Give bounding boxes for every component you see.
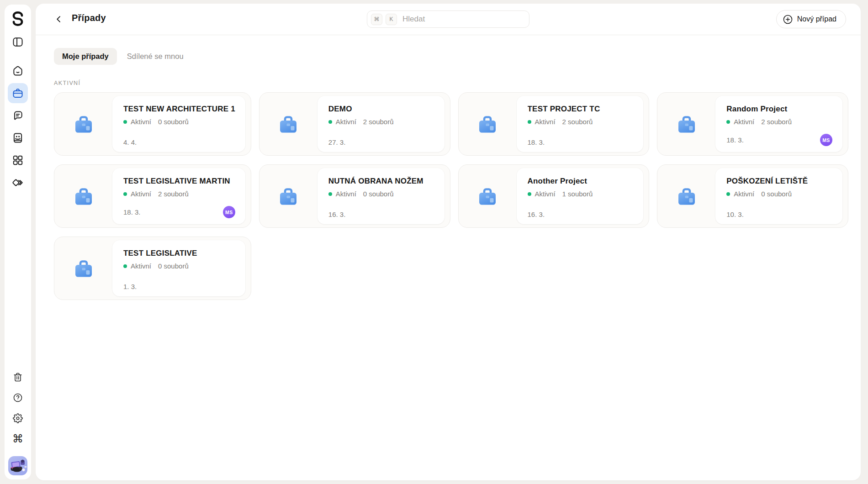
help-icon[interactable] xyxy=(10,389,26,406)
status-label: Aktivní xyxy=(535,190,556,198)
search-bar[interactable]: ⌘ K xyxy=(367,11,529,28)
assignee-avatar[interactable]: MS xyxy=(820,134,832,146)
case-card-footer: 10. 3. xyxy=(726,210,832,218)
tabs: Moje případy Sdílené se mnou xyxy=(54,48,848,65)
sidebar-item-contacts[interactable] xyxy=(8,128,28,148)
case-date: 27. 3. xyxy=(328,138,346,146)
case-icon-zone xyxy=(657,165,715,227)
case-status-row: Aktivní 2 souborů xyxy=(123,190,235,198)
new-case-button[interactable]: Nový případ xyxy=(776,10,846,28)
status-chip: Aktivní xyxy=(328,190,356,198)
sidebar-toggle-icon[interactable] xyxy=(8,32,28,52)
case-title: DEMO xyxy=(328,105,434,114)
status-label: Aktivní xyxy=(131,118,151,126)
case-card-body: Another Project Aktivní 1 souborů 16. 3. xyxy=(517,168,644,224)
user-avatar[interactable] xyxy=(8,456,27,475)
case-card[interactable]: POŠKOZENÍ LETIŠTĚ Aktivní 0 souborů 10. … xyxy=(657,164,848,228)
case-card[interactable]: NUTNÁ OBRANA NOŽEM Aktivní 0 souborů 16.… xyxy=(259,164,450,228)
files-count: 2 souborů xyxy=(363,118,394,126)
files-count: 0 souborů xyxy=(363,190,394,198)
case-card-body: TEST PROJECT TC Aktivní 2 souborů 18. 3. xyxy=(517,96,644,152)
tab-shared-with-me[interactable]: Sdílené se mnou xyxy=(123,48,187,65)
case-icon-zone xyxy=(259,93,318,155)
case-date: 18. 3. xyxy=(123,208,141,216)
case-title: TEST LEGISLATIVE MARTIN xyxy=(123,177,235,186)
briefcase-icon xyxy=(674,111,699,137)
case-card-body: TEST LEGISLATIVE MARTIN Aktivní 2 soubor… xyxy=(112,168,245,224)
case-card[interactable]: DEMO Aktivní 2 souborů 27. 3. xyxy=(259,92,450,156)
assignee-avatar[interactable]: MS xyxy=(223,206,235,218)
command-shortcuts-icon[interactable]: ⌘ xyxy=(10,431,26,447)
case-card[interactable]: Another Project Aktivní 1 souborů 16. 3. xyxy=(458,164,650,228)
sidebar-bottom: ⌘ xyxy=(8,369,27,475)
app-logo-icon[interactable] xyxy=(11,11,25,26)
case-icon-zone xyxy=(459,165,517,227)
case-status-row: Aktivní 0 souborů xyxy=(726,190,832,198)
cases-grid: TEST NEW ARCHITECTURE 1 Aktivní 0 soubor… xyxy=(54,92,848,300)
case-card-footer: 4. 4. xyxy=(123,138,235,146)
case-card-footer: 18. 3. MS xyxy=(123,206,235,218)
status-label: Aktivní xyxy=(131,190,151,198)
case-card-body: Random Project Aktivní 2 souborů 18. 3. … xyxy=(715,96,842,152)
sidebar-item-home[interactable] xyxy=(8,61,28,81)
status-label: Aktivní xyxy=(535,118,556,126)
status-dot-icon xyxy=(528,120,531,124)
case-card-footer: 16. 3. xyxy=(328,210,434,218)
settings-icon[interactable] xyxy=(10,410,26,426)
case-date: 16. 3. xyxy=(528,210,545,218)
case-card[interactable]: TEST NEW ARCHITECTURE 1 Aktivní 0 soubor… xyxy=(54,92,251,156)
status-chip: Aktivní xyxy=(328,118,356,126)
status-dot-icon xyxy=(123,120,127,124)
back-button[interactable] xyxy=(53,13,65,26)
sidebar-item-chat[interactable] xyxy=(8,105,28,126)
briefcase-icon xyxy=(71,111,96,137)
case-title: TEST NEW ARCHITECTURE 1 xyxy=(123,105,235,114)
status-chip: Aktivní xyxy=(123,262,151,270)
status-label: Aktivní xyxy=(734,118,754,126)
status-dot-icon xyxy=(328,120,332,124)
case-card[interactable]: TEST LEGISLATIVE Aktivní 0 souborů 1. 3. xyxy=(54,237,251,300)
case-card[interactable]: Random Project Aktivní 2 souborů 18. 3. … xyxy=(657,92,848,156)
cmd-key-badge: ⌘ xyxy=(371,14,382,25)
case-card[interactable]: TEST PROJECT TC Aktivní 2 souborů 18. 3. xyxy=(458,92,650,156)
status-chip: Aktivní xyxy=(726,190,754,198)
content-area: Moje případy Sdílené se mnou AKTIVNÍ T xyxy=(36,48,861,300)
status-dot-icon xyxy=(123,264,127,268)
search-input[interactable] xyxy=(402,15,524,24)
files-count: 0 souborů xyxy=(761,190,792,198)
status-label: Aktivní xyxy=(336,118,356,126)
status-dot-icon xyxy=(123,192,127,196)
sidebar: ⌘ xyxy=(5,5,31,479)
case-status-row: Aktivní 2 souborů xyxy=(726,118,832,126)
case-icon-zone xyxy=(459,93,517,155)
case-card-body: TEST LEGISLATIVE Aktivní 0 souborů 1. 3. xyxy=(112,240,245,296)
status-label: Aktivní xyxy=(131,262,151,270)
sidebar-item-cases[interactable] xyxy=(8,83,28,103)
case-card-footer: 18. 3. MS xyxy=(726,134,832,146)
case-icon-zone xyxy=(259,165,318,227)
page-title: Případy xyxy=(72,13,106,23)
case-card-body: TEST NEW ARCHITECTURE 1 Aktivní 0 soubor… xyxy=(112,96,245,152)
tab-my-cases[interactable]: Moje případy xyxy=(54,48,117,65)
status-chip: Aktivní xyxy=(528,190,556,198)
status-chip: Aktivní xyxy=(726,118,754,126)
sidebar-item-workflows[interactable] xyxy=(8,173,28,193)
briefcase-icon xyxy=(475,184,500,209)
case-date: 18. 3. xyxy=(726,136,744,144)
sidebar-item-apps[interactable] xyxy=(8,150,28,170)
status-label: Aktivní xyxy=(336,190,356,198)
briefcase-icon xyxy=(475,111,500,137)
files-count: 2 souborů xyxy=(158,190,189,198)
new-case-button-label: Nový případ xyxy=(797,15,836,23)
briefcase-icon xyxy=(275,184,301,209)
page-header: Případy ⌘ K Nový případ xyxy=(36,4,861,35)
status-chip: Aktivní xyxy=(528,118,556,126)
files-count: 1 souborů xyxy=(562,190,593,198)
plus-circle-icon xyxy=(783,14,793,25)
files-count: 2 souborů xyxy=(761,118,792,126)
case-status-row: Aktivní 1 souborů xyxy=(528,190,634,198)
case-date: 10. 3. xyxy=(726,210,744,218)
case-card[interactable]: TEST LEGISLATIVE MARTIN Aktivní 2 soubor… xyxy=(54,164,251,228)
trash-icon[interactable] xyxy=(10,369,26,385)
status-chip: Aktivní xyxy=(123,118,151,126)
